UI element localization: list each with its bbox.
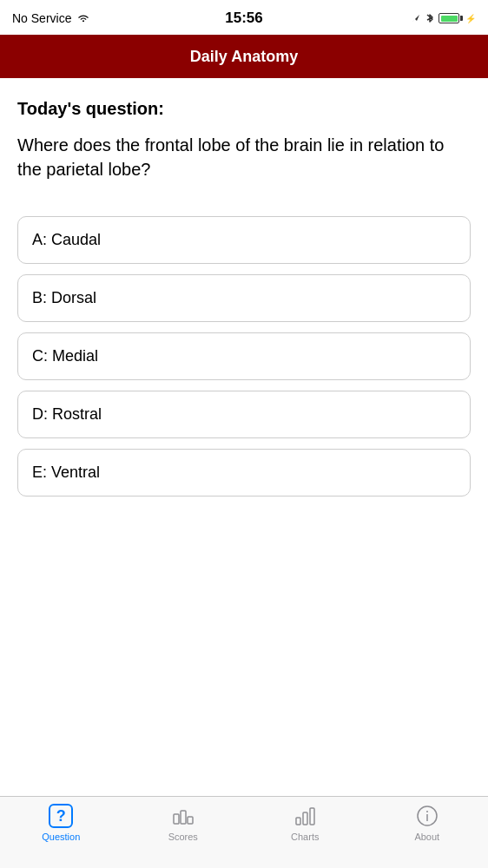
answer-option-a[interactable]: A: Caudal (17, 216, 471, 264)
battery-icon (439, 13, 463, 23)
svg-rect-1 (181, 811, 186, 824)
status-left: No Service (12, 11, 90, 25)
wifi-icon (76, 13, 90, 23)
question-icon: ? (49, 804, 73, 828)
status-time: 15:56 (225, 10, 262, 27)
tab-scores[interactable]: Scores (122, 804, 245, 842)
charging-icon: ⚡ (465, 14, 476, 23)
tab-question-label: Question (42, 832, 80, 842)
svg-rect-0 (174, 814, 179, 824)
tab-about[interactable]: About (366, 804, 489, 842)
nav-title: Daily Anatomy (190, 48, 298, 66)
tab-scores-label: Scores (168, 832, 198, 842)
answer-option-b[interactable]: B: Dorsal (17, 274, 471, 322)
status-right: ⚡ (411, 12, 476, 24)
charts-icon (293, 804, 317, 828)
svg-point-8 (426, 811, 428, 812)
status-bar: No Service 15:56 ⚡ (0, 0, 488, 35)
main-content: Today's question: Where does the frontal… (0, 78, 488, 796)
tab-charts[interactable]: Charts (244, 804, 366, 842)
scores-icon (171, 804, 195, 828)
svg-rect-2 (188, 817, 193, 824)
about-icon (415, 804, 439, 828)
tab-bar: ? Question Scores Charts (0, 796, 488, 868)
question-text: Where does the frontal lobe of the brain… (17, 133, 471, 181)
answer-option-c[interactable]: C: Medial (17, 332, 471, 380)
tab-question[interactable]: ? Question (0, 804, 122, 842)
svg-rect-5 (310, 808, 314, 825)
location-icon (411, 13, 421, 23)
nav-bar: Daily Anatomy (0, 35, 488, 78)
question-label: Today's question: (17, 99, 471, 119)
answers-container: A: CaudalB: DorsalC: MedialD: RostralE: … (17, 216, 471, 507)
answer-option-e[interactable]: E: Ventral (17, 449, 471, 496)
bluetooth-icon (425, 12, 434, 24)
svg-rect-4 (303, 812, 307, 825)
answer-option-d[interactable]: D: Rostral (17, 391, 471, 438)
tab-about-label: About (414, 832, 439, 842)
svg-rect-3 (296, 818, 300, 825)
no-service-text: No Service (12, 11, 71, 25)
tab-charts-label: Charts (291, 832, 319, 842)
